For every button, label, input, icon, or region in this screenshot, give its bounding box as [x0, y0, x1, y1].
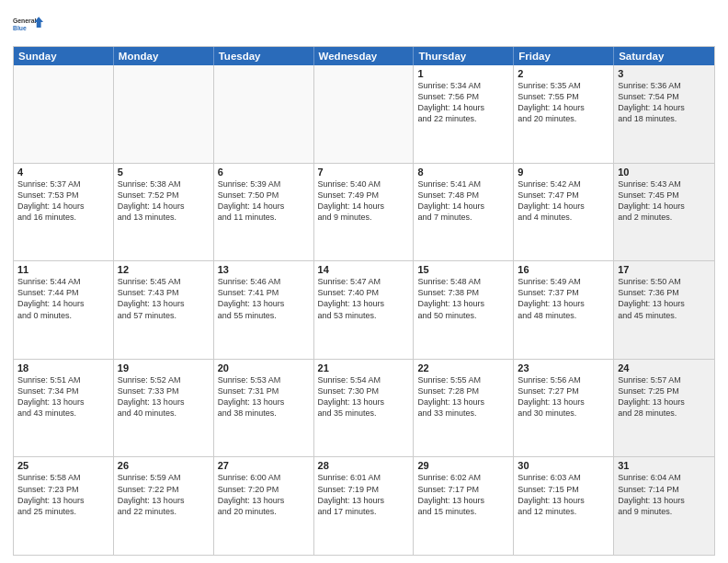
calendar-cell: 21Sunrise: 5:54 AM Sunset: 7:30 PM Dayli…: [314, 360, 415, 457]
calendar-cell: 16Sunrise: 5:49 AM Sunset: 7:37 PM Dayli…: [514, 261, 614, 359]
calendar-cell: 9Sunrise: 5:42 AM Sunset: 7:47 PM Daylig…: [514, 164, 614, 261]
day-number: 29: [417, 460, 509, 471]
cell-info: Sunrise: 6:01 AM Sunset: 7:19 PM Dayligh…: [318, 472, 410, 517]
day-number: 6: [218, 167, 310, 178]
cell-info: Sunrise: 5:38 AM Sunset: 7:52 PM Dayligh…: [118, 178, 210, 224]
cell-info: Sunrise: 5:49 AM Sunset: 7:37 PM Dayligh…: [518, 276, 609, 321]
calendar-row: 1Sunrise: 5:34 AM Sunset: 7:56 PM Daylig…: [14, 65, 714, 164]
calendar-cell: 26Sunrise: 5:59 AM Sunset: 7:22 PM Dayli…: [114, 457, 214, 555]
day-number: 20: [218, 362, 310, 373]
calendar-cell: [14, 65, 114, 163]
cell-info: Sunrise: 5:54 AM Sunset: 7:30 PM Dayligh…: [318, 374, 410, 419]
calendar-header: SundayMondayTuesdayWednesdayThursdayFrid…: [14, 47, 714, 65]
cell-info: Sunrise: 5:45 AM Sunset: 7:43 PM Dayligh…: [118, 276, 210, 321]
cell-info: Sunrise: 5:40 AM Sunset: 7:49 PM Dayligh…: [318, 178, 410, 224]
calendar: SundayMondayTuesdayWednesdayThursdayFrid…: [13, 46, 715, 556]
logo-svg: General Blue: [13, 9, 44, 40]
calendar-cell: 24Sunrise: 5:57 AM Sunset: 7:25 PM Dayli…: [614, 360, 714, 457]
calendar-cell: [314, 65, 415, 163]
day-number: 8: [417, 167, 509, 178]
cell-info: Sunrise: 5:58 AM Sunset: 7:23 PM Dayligh…: [17, 472, 109, 517]
calendar-cell: [114, 65, 214, 163]
cell-info: Sunrise: 6:04 AM Sunset: 7:14 PM Dayligh…: [618, 472, 711, 517]
day-number: 14: [318, 264, 410, 275]
calendar-cell: 19Sunrise: 5:52 AM Sunset: 7:33 PM Dayli…: [114, 360, 214, 457]
day-number: 17: [618, 264, 711, 275]
day-number: 1: [417, 68, 509, 79]
calendar-cell: 23Sunrise: 5:56 AM Sunset: 7:27 PM Dayli…: [514, 360, 614, 457]
cell-info: Sunrise: 5:36 AM Sunset: 7:54 PM Dayligh…: [618, 80, 711, 125]
calendar-header-day: Saturday: [614, 47, 714, 65]
calendar-cell: 13Sunrise: 5:46 AM Sunset: 7:41 PM Dayli…: [214, 261, 314, 359]
day-number: 25: [17, 460, 109, 471]
calendar-cell: 28Sunrise: 6:01 AM Sunset: 7:19 PM Dayli…: [314, 457, 415, 555]
calendar-cell: 3Sunrise: 5:36 AM Sunset: 7:54 PM Daylig…: [614, 65, 714, 163]
day-number: 13: [218, 264, 310, 275]
calendar-cell: 17Sunrise: 5:50 AM Sunset: 7:36 PM Dayli…: [614, 261, 714, 359]
cell-info: Sunrise: 5:51 AM Sunset: 7:34 PM Dayligh…: [17, 374, 109, 419]
calendar-row: 11Sunrise: 5:44 AM Sunset: 7:44 PM Dayli…: [14, 261, 714, 360]
calendar-cell: 1Sunrise: 5:34 AM Sunset: 7:56 PM Daylig…: [414, 65, 514, 163]
day-number: 7: [318, 167, 410, 178]
cell-info: Sunrise: 5:41 AM Sunset: 7:48 PM Dayligh…: [417, 178, 509, 224]
day-number: 16: [518, 264, 609, 275]
calendar-cell: 10Sunrise: 5:43 AM Sunset: 7:45 PM Dayli…: [614, 164, 714, 261]
calendar-body: 1Sunrise: 5:34 AM Sunset: 7:56 PM Daylig…: [14, 65, 714, 555]
calendar-cell: 29Sunrise: 6:02 AM Sunset: 7:17 PM Dayli…: [414, 457, 514, 555]
day-number: 27: [218, 460, 310, 471]
cell-info: Sunrise: 5:42 AM Sunset: 7:47 PM Dayligh…: [518, 178, 609, 224]
day-number: 12: [118, 264, 210, 275]
calendar-header-day: Wednesday: [314, 47, 415, 65]
calendar-cell: 14Sunrise: 5:47 AM Sunset: 7:40 PM Dayli…: [314, 261, 415, 359]
calendar-cell: 12Sunrise: 5:45 AM Sunset: 7:43 PM Dayli…: [114, 261, 214, 359]
cell-info: Sunrise: 5:57 AM Sunset: 7:25 PM Dayligh…: [618, 374, 711, 419]
calendar-header-day: Tuesday: [214, 47, 314, 65]
day-number: 11: [17, 264, 109, 275]
day-number: 31: [618, 460, 711, 471]
calendar-header-day: Sunday: [14, 47, 114, 65]
svg-text:General: General: [13, 17, 36, 24]
calendar-cell: 2Sunrise: 5:35 AM Sunset: 7:55 PM Daylig…: [514, 65, 614, 163]
day-number: 23: [518, 362, 609, 373]
cell-info: Sunrise: 5:55 AM Sunset: 7:28 PM Dayligh…: [417, 374, 509, 419]
cell-info: Sunrise: 5:50 AM Sunset: 7:36 PM Dayligh…: [618, 276, 711, 321]
cell-info: Sunrise: 5:59 AM Sunset: 7:22 PM Dayligh…: [118, 472, 210, 517]
cell-info: Sunrise: 5:43 AM Sunset: 7:45 PM Dayligh…: [618, 178, 711, 224]
day-number: 2: [518, 68, 609, 79]
calendar-cell: 6Sunrise: 5:39 AM Sunset: 7:50 PM Daylig…: [214, 164, 314, 261]
logo: General Blue: [13, 9, 44, 40]
cell-info: Sunrise: 5:44 AM Sunset: 7:44 PM Dayligh…: [17, 276, 109, 321]
cell-info: Sunrise: 5:56 AM Sunset: 7:27 PM Dayligh…: [518, 374, 609, 419]
cell-info: Sunrise: 5:39 AM Sunset: 7:50 PM Dayligh…: [218, 178, 310, 224]
day-number: 18: [17, 362, 109, 373]
day-number: 10: [618, 167, 711, 178]
calendar-cell: 8Sunrise: 5:41 AM Sunset: 7:48 PM Daylig…: [414, 164, 514, 261]
cell-info: Sunrise: 6:02 AM Sunset: 7:17 PM Dayligh…: [417, 472, 509, 517]
calendar-cell: 20Sunrise: 5:53 AM Sunset: 7:31 PM Dayli…: [214, 360, 314, 457]
calendar-header-day: Monday: [114, 47, 214, 65]
calendar-cell: 25Sunrise: 5:58 AM Sunset: 7:23 PM Dayli…: [14, 457, 114, 555]
calendar-cell: 22Sunrise: 5:55 AM Sunset: 7:28 PM Dayli…: [414, 360, 514, 457]
svg-text:Blue: Blue: [13, 25, 27, 31]
day-number: 22: [417, 362, 509, 373]
day-number: 15: [417, 264, 509, 275]
day-number: 4: [17, 167, 109, 178]
calendar-cell: 31Sunrise: 6:04 AM Sunset: 7:14 PM Dayli…: [614, 457, 714, 555]
calendar-header-day: Thursday: [414, 47, 514, 65]
calendar-cell: 18Sunrise: 5:51 AM Sunset: 7:34 PM Dayli…: [14, 360, 114, 457]
cell-info: Sunrise: 5:52 AM Sunset: 7:33 PM Dayligh…: [118, 374, 210, 419]
day-number: 30: [518, 460, 609, 471]
calendar-header-day: Friday: [514, 47, 614, 65]
calendar-cell: 15Sunrise: 5:48 AM Sunset: 7:38 PM Dayli…: [414, 261, 514, 359]
day-number: 28: [318, 460, 410, 471]
day-number: 3: [618, 68, 711, 79]
calendar-cell: 27Sunrise: 6:00 AM Sunset: 7:20 PM Dayli…: [214, 457, 314, 555]
cell-info: Sunrise: 5:47 AM Sunset: 7:40 PM Dayligh…: [318, 276, 410, 321]
day-number: 9: [518, 167, 609, 178]
calendar-cell: 11Sunrise: 5:44 AM Sunset: 7:44 PM Dayli…: [14, 261, 114, 359]
calendar-cell: 4Sunrise: 5:37 AM Sunset: 7:53 PM Daylig…: [14, 164, 114, 261]
calendar-row: 4Sunrise: 5:37 AM Sunset: 7:53 PM Daylig…: [14, 164, 714, 262]
header: General Blue: [13, 9, 715, 40]
day-number: 5: [118, 167, 210, 178]
cell-info: Sunrise: 5:46 AM Sunset: 7:41 PM Dayligh…: [218, 276, 310, 321]
